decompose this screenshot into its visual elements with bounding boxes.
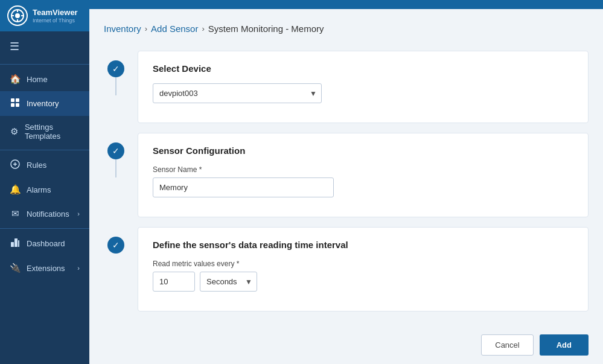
interval-form-group: Read metric values every * SecondsMinute… (153, 260, 573, 292)
sidebar-item-label: Settings Templates (25, 123, 80, 141)
main-content: Inventory › Add Sensor › System Monitori… (89, 0, 603, 364)
steps-container: ✓ Select Device devpiot003 ▼ ✓ (104, 51, 589, 311)
add-button[interactable]: Add (540, 334, 589, 356)
sidebar-item-alarms[interactable]: 🔔 Alarms (0, 177, 89, 202)
sidebar-item-inventory[interactable]: Inventory (0, 91, 89, 116)
interval-row: SecondsMinutesHours ▼ (153, 272, 573, 292)
bottom-bar: Cancel Add (89, 326, 603, 364)
device-select-wrapper: devpiot003 ▼ (153, 83, 322, 103)
app-name: TeamViewer (33, 8, 78, 18)
sidebar-item-rules[interactable]: Rules (0, 153, 89, 177)
sidebar-item-notifications[interactable]: ✉ Notifications › (0, 202, 89, 226)
step-2-line (115, 159, 116, 177)
sensor-name-label: Sensor Name * (153, 165, 573, 174)
app-subtitle: Internet of Things (33, 18, 78, 24)
breadcrumb-current: System Monitoring - Memory (208, 24, 324, 34)
dashboard-icon (10, 238, 21, 249)
step-2-check: ✓ (107, 142, 124, 159)
sidebar-item-settings-templates[interactable]: ⚙ Settings Templates (0, 116, 89, 147)
step-1-indicator: ✓ (104, 51, 128, 95)
svg-rect-14 (14, 238, 18, 247)
step-1-title: Select Device (153, 63, 573, 74)
top-bar (89, 0, 603, 9)
svg-rect-6 (11, 98, 14, 102)
cancel-button[interactable]: Cancel (481, 334, 533, 356)
breadcrumb-add-sensor[interactable]: Add Sensor (151, 24, 198, 34)
sidebar: TeamViewer Internet of Things ☰ 🏠 Home I… (0, 0, 89, 364)
menu-toggle[interactable]: ☰ (0, 31, 89, 62)
sidebar-item-label: Extensions (27, 264, 65, 273)
content-area: Inventory › Add Sensor › System Monitori… (89, 9, 603, 326)
breadcrumb-arrow-2: › (202, 24, 204, 33)
step-3-title: Define the sensor's data reading time in… (153, 240, 573, 250)
step-3-card: Define the sensor's data reading time in… (138, 227, 589, 311)
step-3-check: ✓ (107, 237, 124, 254)
rules-icon (10, 159, 21, 171)
step-2-row: ✓ Sensor Configuration Sensor Name * (104, 133, 589, 217)
alarms-icon: 🔔 (10, 184, 21, 195)
step-1-check: ✓ (107, 60, 124, 77)
step-2-indicator: ✓ (104, 133, 128, 177)
chevron-right-icon: › (77, 210, 80, 217)
sidebar-item-label: Home (27, 75, 48, 84)
home-icon: 🏠 (10, 74, 21, 85)
unit-select[interactable]: SecondsMinutesHours (200, 272, 257, 292)
sidebar-item-label: Alarms (27, 185, 51, 194)
sensor-name-form-group: Sensor Name * (153, 165, 573, 197)
sidebar-item-label: Rules (27, 161, 46, 170)
notifications-icon: ✉ (10, 208, 21, 219)
sensor-name-input[interactable] (153, 177, 334, 197)
sidebar-item-home[interactable]: 🏠 Home (0, 67, 89, 91)
breadcrumb-inventory[interactable]: Inventory (104, 24, 141, 34)
extensions-icon: 🔌 (10, 263, 21, 273)
interval-number-input[interactable] (153, 272, 195, 292)
svg-point-1 (15, 13, 20, 18)
step-2-card: Sensor Configuration Sensor Name * (138, 133, 589, 217)
step-3-indicator: ✓ (104, 227, 128, 254)
inventory-icon (10, 98, 21, 109)
svg-rect-7 (16, 98, 19, 102)
sidebar-item-label: Notifications (27, 209, 69, 219)
sidebar-item-dashboard[interactable]: Dashboard (0, 231, 89, 256)
device-form-group: devpiot003 ▼ (153, 83, 573, 103)
step-1-line (115, 77, 116, 95)
sidebar-item-extensions[interactable]: 🔌 Extensions › (0, 256, 89, 280)
sidebar-item-label: Dashboard (27, 239, 65, 248)
step-1-row: ✓ Select Device devpiot003 ▼ (104, 51, 589, 123)
step-2-title: Sensor Configuration (153, 145, 573, 156)
logo-icon (7, 5, 28, 26)
interval-label: Read metric values every * (153, 260, 573, 268)
svg-rect-13 (11, 242, 14, 247)
svg-rect-8 (11, 103, 14, 107)
sidebar-header: TeamViewer Internet of Things (0, 0, 89, 31)
unit-select-wrapper: SecondsMinutesHours ▼ (200, 272, 257, 292)
svg-rect-15 (18, 240, 19, 247)
svg-rect-9 (16, 103, 19, 107)
breadcrumb-arrow-1: › (145, 24, 147, 33)
sidebar-item-label: Inventory (27, 99, 59, 108)
device-select[interactable]: devpiot003 (153, 83, 322, 103)
step-3-row: ✓ Define the sensor's data reading time … (104, 227, 589, 311)
settings-icon: ⚙ (10, 126, 19, 137)
breadcrumb: Inventory › Add Sensor › System Monitori… (104, 24, 589, 34)
chevron-right-icon: › (77, 264, 80, 272)
step-1-card: Select Device devpiot003 ▼ (138, 51, 589, 123)
